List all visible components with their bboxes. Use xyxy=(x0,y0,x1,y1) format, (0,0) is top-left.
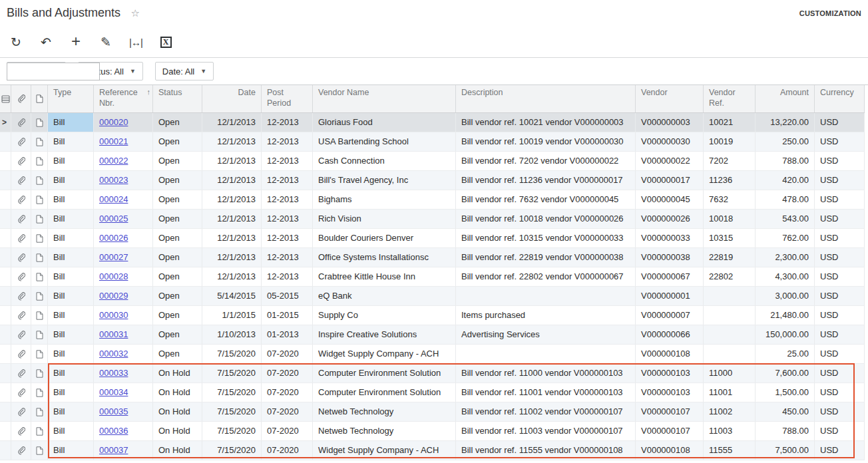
attachment-icon[interactable] xyxy=(11,325,31,344)
reference-link[interactable]: 000032 xyxy=(99,349,128,359)
refresh-icon[interactable]: ↻ xyxy=(9,35,23,49)
attachment-icon[interactable] xyxy=(11,287,31,305)
attachment-icon[interactable] xyxy=(11,152,31,170)
column-header-type[interactable]: Type xyxy=(48,85,94,112)
favorite-star-icon[interactable]: ☆ xyxy=(131,7,140,19)
reference-link[interactable]: 000034 xyxy=(99,387,128,397)
note-icon[interactable] xyxy=(31,345,48,363)
column-header-desc[interactable]: Description xyxy=(456,85,636,112)
attachments-column-icon[interactable] xyxy=(11,85,31,112)
attachment-icon[interactable] xyxy=(11,422,31,440)
column-header-period[interactable]: Post Period xyxy=(262,85,313,112)
column-header-cur[interactable]: Currency xyxy=(815,85,865,112)
table-row[interactable]: Bill000023Open12/1/201312-2013Bill's Tra… xyxy=(0,171,865,190)
attachment-icon[interactable] xyxy=(11,229,31,247)
attachment-icon[interactable] xyxy=(11,190,31,209)
table-row[interactable]: Bill000025Open12/1/201312-2013Rich Visio… xyxy=(0,210,865,229)
table-row[interactable]: Bill000022Open12/1/201312-2013Cash Conne… xyxy=(0,152,865,171)
column-header-date[interactable]: Date xyxy=(202,85,262,112)
reference-link[interactable]: 000029 xyxy=(99,291,128,301)
row-selector-cell[interactable] xyxy=(0,248,11,267)
column-header-vname[interactable]: Vendor Name xyxy=(313,85,456,112)
customization-menu[interactable]: CUSTOMIZATION xyxy=(799,9,861,17)
table-row[interactable]: Bill000034On Hold7/15/202007-2020Compute… xyxy=(0,383,865,402)
export-excel-icon[interactable]: X xyxy=(159,35,172,49)
reference-link[interactable]: 000024 xyxy=(99,194,128,204)
table-row[interactable]: Bill000035On Hold7/15/202007-2020Netweb … xyxy=(0,402,865,422)
table-row[interactable]: Bill000024Open12/1/201312-2013BighamsBil… xyxy=(0,190,865,210)
note-icon[interactable] xyxy=(31,229,48,247)
table-row[interactable]: Bill000032Open7/15/202007-2020Widget Sup… xyxy=(0,345,865,364)
table-row[interactable]: Bill000028Open12/1/201312-2013Crabtree K… xyxy=(0,267,865,287)
row-selector-cell[interactable] xyxy=(0,325,11,344)
column-config-icon[interactable] xyxy=(0,85,11,112)
add-new-icon[interactable]: + xyxy=(69,34,83,49)
row-selector-cell[interactable] xyxy=(0,306,11,325)
row-selector-cell[interactable] xyxy=(0,229,11,247)
undo-icon[interactable]: ↶ xyxy=(39,35,53,49)
reference-link[interactable]: 000030 xyxy=(99,310,128,320)
row-selector-cell[interactable] xyxy=(0,364,11,383)
table-row[interactable]: Bill000026Open12/1/201312-2013Boulder Co… xyxy=(0,229,865,248)
note-icon[interactable] xyxy=(31,132,48,151)
reference-link[interactable]: 000021 xyxy=(99,136,128,146)
row-selector-cell[interactable] xyxy=(0,441,11,460)
reference-link[interactable]: 000033 xyxy=(99,368,128,378)
reference-link[interactable]: 000023 xyxy=(99,175,128,185)
row-selector-cell[interactable] xyxy=(0,402,11,421)
row-selector-cell[interactable] xyxy=(0,152,11,170)
reference-link[interactable]: 000031 xyxy=(99,329,128,339)
column-header-ref[interactable]: Reference Nbr.↑ xyxy=(94,85,153,112)
reference-link[interactable]: 000028 xyxy=(99,271,128,281)
attachment-icon[interactable] xyxy=(11,267,31,286)
reference-link[interactable]: 000022 xyxy=(99,156,128,166)
note-icon[interactable] xyxy=(31,171,48,190)
table-row[interactable]: Bill000033On Hold7/15/202007-2020Compute… xyxy=(0,364,865,383)
reference-link[interactable]: 000027 xyxy=(99,252,128,262)
attachment-icon[interactable] xyxy=(11,441,31,460)
row-selector-cell[interactable] xyxy=(0,287,11,305)
notes-column-icon[interactable] xyxy=(31,85,48,112)
table-row[interactable]: > Bill000020Open12/1/201312-2013Gloriaus… xyxy=(0,113,865,132)
note-icon[interactable] xyxy=(31,325,48,344)
row-selector-cell[interactable] xyxy=(0,383,11,402)
attachment-icon[interactable] xyxy=(11,364,31,383)
column-header-status[interactable]: Status xyxy=(153,85,202,112)
column-header-amount[interactable]: Amount xyxy=(756,85,815,112)
note-icon[interactable] xyxy=(31,267,48,286)
row-selector-cell[interactable]: > xyxy=(0,113,11,132)
attachment-icon[interactable] xyxy=(11,383,31,402)
table-row[interactable]: Bill000031Open1/10/201301-2013Inspire Cr… xyxy=(0,325,865,345)
attachment-icon[interactable] xyxy=(11,248,31,267)
note-icon[interactable] xyxy=(31,287,48,305)
reference-link[interactable]: 000035 xyxy=(99,406,128,416)
note-icon[interactable] xyxy=(31,306,48,325)
column-header-vref[interactable]: Vendor Ref. xyxy=(704,85,756,112)
edit-icon[interactable]: ✎ xyxy=(99,35,112,49)
attachment-icon[interactable] xyxy=(11,113,31,132)
table-row[interactable]: Bill000030Open1/1/201501-2015Supply CoIt… xyxy=(0,306,865,325)
reference-link[interactable]: 000026 xyxy=(99,233,128,243)
note-icon[interactable] xyxy=(31,441,48,460)
note-icon[interactable] xyxy=(31,248,48,267)
attachment-icon[interactable] xyxy=(11,132,31,151)
note-icon[interactable] xyxy=(31,210,48,228)
row-selector-cell[interactable] xyxy=(0,210,11,228)
filter-date[interactable]: Date: All ▼ xyxy=(155,62,214,80)
row-selector-cell[interactable] xyxy=(0,171,11,190)
table-row[interactable]: Bill000021Open12/1/201312-2013USA Barten… xyxy=(0,132,865,152)
attachment-icon[interactable] xyxy=(11,402,31,421)
table-row[interactable]: Bill000037On Hold7/15/202007-2020Widget … xyxy=(0,441,865,460)
search-input[interactable] xyxy=(7,63,100,80)
reference-link[interactable]: 000020 xyxy=(99,117,128,127)
row-selector-cell[interactable] xyxy=(0,132,11,151)
reference-link[interactable]: 000037 xyxy=(99,445,128,455)
reference-link[interactable]: 000025 xyxy=(99,214,128,224)
table-row[interactable]: Bill000029Open5/14/201505-2015eQ BankV00… xyxy=(0,287,865,306)
table-row[interactable]: Bill000027Open12/1/201312-2013Office Sys… xyxy=(0,248,865,267)
attachment-icon[interactable] xyxy=(11,171,31,190)
row-selector-cell[interactable] xyxy=(0,190,11,209)
note-icon[interactable] xyxy=(31,190,48,209)
row-selector-cell[interactable] xyxy=(0,345,11,363)
note-icon[interactable] xyxy=(31,364,48,383)
